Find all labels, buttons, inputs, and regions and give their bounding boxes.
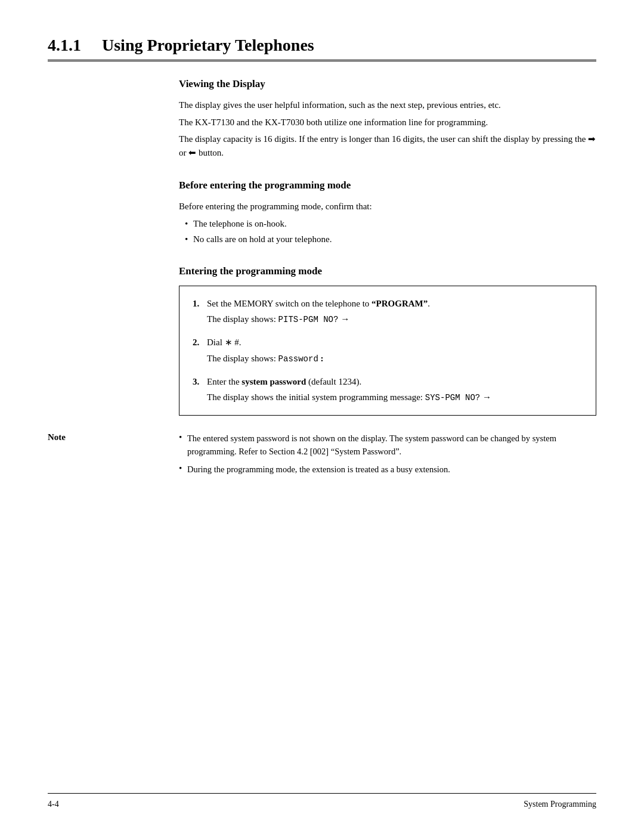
footer-rule <box>48 793 596 794</box>
step-2-display: Password <box>278 354 318 364</box>
page: 4.1.1 Using Proprietary Telephones Viewi… <box>0 0 644 833</box>
footer-page-ref: 4-4 <box>48 800 59 809</box>
entering-mode-section: Entering the programming mode 1. Set the… <box>48 265 596 416</box>
step-1-text: Set the MEMORY switch on the telephone t… <box>207 297 430 311</box>
before-entering-section: Before entering the programming mode Bef… <box>48 179 596 249</box>
footer-section-title: System Programming <box>524 800 596 809</box>
step-1-display: PITS-PGM NO? <box>278 315 339 324</box>
note-content: • The entered system password is not sho… <box>179 432 596 481</box>
viewing-display-heading-wrapper: Viewing the Display <box>179 78 596 98</box>
entering-mode-right: 1. Set the MEMORY switch on the telephon… <box>179 286 596 416</box>
before-entering-empty-left <box>48 179 179 200</box>
before-entering-layout: Before entering the programming mode <box>48 179 596 200</box>
before-entering-bullets: The telephone is on-hook. No calls are o… <box>185 217 596 246</box>
viewing-display-heading: Viewing the Display <box>179 78 596 90</box>
section-title-text: Using Proprietary Telephones <box>102 36 314 54</box>
step-3-detail: The display shows the initial system pro… <box>207 391 583 404</box>
note-label: Note <box>48 432 179 481</box>
entering-mode-heading: Entering the programming mode <box>179 265 596 277</box>
note-section: Note • The entered system password is no… <box>48 432 596 481</box>
bullet-onhook: The telephone is on-hook. <box>185 217 596 231</box>
step-3: 3. Enter the system password (default 12… <box>193 375 583 405</box>
entering-mode-heading-wrapper: Entering the programming mode <box>179 265 596 286</box>
step-3-display: SYS-PGM NO? <box>425 393 480 402</box>
viewing-p2: The KX-T7130 and the KX-T7030 both utili… <box>179 116 596 129</box>
note-bullet-2-text: During the programming mode, the extensi… <box>187 463 450 476</box>
bullet-nocalls: No calls are on hold at your telephone. <box>185 233 596 246</box>
step-2-num: 2. <box>193 336 202 349</box>
step-2-colon: : <box>321 354 324 363</box>
note-bullet-2-dot: • <box>179 463 187 476</box>
page-header: 4.1.1 Using Proprietary Telephones <box>48 36 596 61</box>
before-entering-left <box>48 200 179 249</box>
note-bullet-1-text: The entered system password is not shown… <box>187 432 596 459</box>
page-footer: 4-4 System Programming <box>48 793 596 809</box>
before-entering-heading-wrapper: Before entering the programming mode <box>179 179 596 200</box>
note-bullet-1: • The entered system password is not sho… <box>179 432 596 459</box>
note-bullet-1-dot: • <box>179 432 187 459</box>
entering-mode-left <box>48 286 179 416</box>
step-3-text: Enter the system password (default 1234)… <box>207 375 361 389</box>
section-number: 4.1.1 <box>48 36 81 54</box>
step-2-text: Dial ∗ #. <box>207 336 242 349</box>
entering-mode-layout: Entering the programming mode <box>48 265 596 286</box>
viewing-display-section: Viewing the Display The display gives th… <box>48 78 596 163</box>
viewing-display-content: The display gives the user helpful infor… <box>48 98 596 163</box>
viewing-display-right: The display gives the user helpful infor… <box>179 98 596 163</box>
before-entering-right: Before entering the programming mode, co… <box>179 200 596 249</box>
step-3-header: 3. Enter the system password (default 12… <box>193 375 583 389</box>
header-rule <box>48 60 596 61</box>
page-title: 4.1.1 Using Proprietary Telephones <box>48 36 596 55</box>
step-1-header: 1. Set the MEMORY switch on the telephon… <box>193 297 583 311</box>
step-2: 2. Dial ∗ #. The display shows: Password… <box>193 336 583 366</box>
viewing-display-layout: Viewing the Display <box>48 78 596 98</box>
step-2-header: 2. Dial ∗ #. <box>193 336 583 349</box>
footer-content: 4-4 System Programming <box>48 800 596 809</box>
before-entering-intro: Before entering the programming mode, co… <box>179 200 596 213</box>
before-entering-content: Before entering the programming mode, co… <box>48 200 596 249</box>
before-entering-heading: Before entering the programming mode <box>179 179 596 191</box>
step-1: 1. Set the MEMORY switch on the telephon… <box>193 297 583 327</box>
step-3-bold: system password <box>242 377 306 386</box>
entering-mode-content: 1. Set the MEMORY switch on the telephon… <box>48 286 596 416</box>
step-2-detail: The display shows: Password : <box>207 352 583 366</box>
viewing-display-left <box>48 98 179 163</box>
viewing-p1: The display gives the user helpful infor… <box>179 98 596 112</box>
step-1-num: 1. <box>193 297 202 311</box>
viewing-display-empty-left <box>48 78 179 98</box>
step-1-bold: “PROGRAM” <box>371 299 428 308</box>
steps-box: 1. Set the MEMORY switch on the telephon… <box>179 286 596 416</box>
viewing-p3: The display capacity is 16 digits. If th… <box>179 132 596 159</box>
step-3-num: 3. <box>193 375 202 389</box>
entering-mode-empty-left <box>48 265 179 286</box>
note-bullet-2: • During the programming mode, the exten… <box>179 463 596 476</box>
step-1-detail: The display shows: PITS-PGM NO? → <box>207 312 583 326</box>
